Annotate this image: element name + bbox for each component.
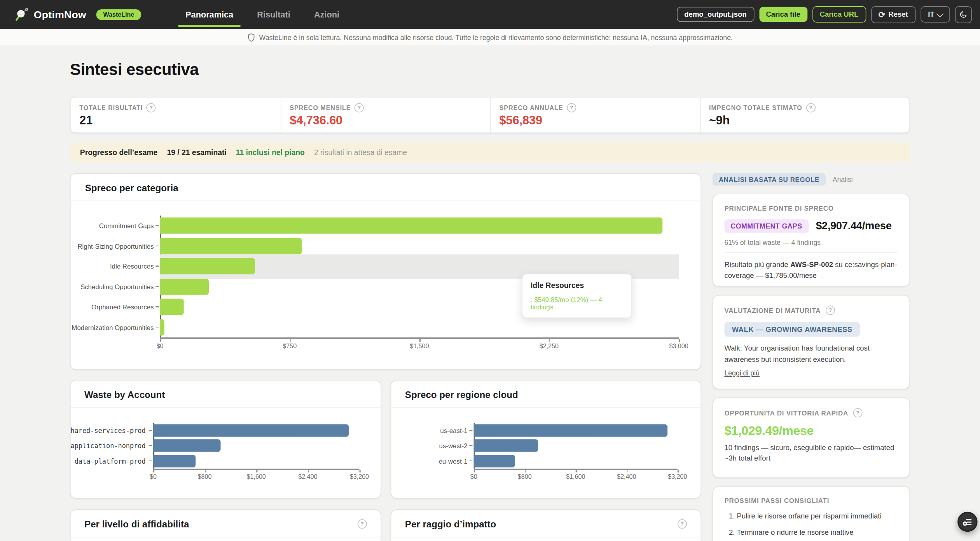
bar-track [474,438,678,454]
help-icon[interactable]: ? [355,103,364,112]
bar[interactable] [474,455,515,467]
x-tick-label: $0 [150,473,157,480]
bar[interactable] [474,440,538,452]
stat-label: SPRECO ANNUALE [500,104,563,111]
language-select[interactable]: IT [921,6,950,23]
app-root: OptimNow WasteLine Panoramica Risultati … [0,0,980,541]
bar[interactable] [153,440,220,452]
bar-row: application-nonprod [71,438,360,454]
top-waste-detail: Risultato più grande AWS-SP-002 su ce:sa… [724,259,898,281]
x-tick-mark [153,470,154,473]
bar[interactable] [153,424,349,437]
x-tick-mark [549,339,550,341]
x-tick-label: $2,250 [540,342,559,349]
reset-icon: ⟳ [879,10,886,19]
bar-row: Commitment Gaps [71,216,679,236]
category-badge: COMMITMENT GAPS [724,219,808,233]
progress-label: Progresso dell’esame [80,148,157,157]
moon-icon [959,10,968,19]
analysis-mode-row: ANALISI BASATA SU REGOLE Analisi [713,173,910,185]
reset-button[interactable]: ⟳Reset [871,6,915,23]
chevron-down-icon [936,10,943,17]
x-tick-mark [525,470,526,473]
stat-total-findings: TOTALE RISULTATI? 21 [71,98,280,133]
bar-row: shared-services-prod [71,423,360,438]
category-tick [155,286,159,287]
x-axis-labels: $0$800$1,600$2,400$3,200 [474,473,678,482]
bar-track [474,454,678,469]
help-icon[interactable]: ? [358,519,367,529]
top-bar: OptimNow WasteLine Panoramica Risultati … [0,0,980,29]
x-tick-label: $0 [470,473,477,480]
category-label: us-east-1 [391,427,473,435]
bar-track [160,216,679,236]
bar-track [153,423,360,438]
card-label: VALUTAZIONE DI MATURITA? [724,305,898,315]
bar[interactable] [160,279,209,295]
divider [724,253,898,253]
stat-value: $4,736.60 [290,114,481,127]
card-label: OPPORTUNITA DI VITTORIA RAPIDA? [724,408,898,417]
shield-icon [247,33,255,42]
stat-value: 21 [79,114,271,127]
loaded-file-chip[interactable]: demo_output.json [677,7,754,22]
progress-pending: 2 risultati in attesa di esame [314,148,407,157]
account-waste-chart-card: Waste by Account shared-services-prodapp… [70,380,381,499]
load-url-button[interactable]: Carica URL [812,6,866,23]
x-tick-mark [474,470,475,473]
category-tick [149,461,152,461]
category-label: eu-west-1 [391,457,473,465]
help-icon[interactable]: ? [678,519,687,529]
theme-toggle-button[interactable] [955,6,972,23]
product-badge: WasteLine [96,9,141,19]
help-icon[interactable]: ? [147,103,156,112]
next-steps-list: Pulire le risorse orfane per risparmi im… [724,511,898,541]
category-label: Commitment Gaps [71,222,160,230]
x-axis-line [474,469,678,470]
brand: OptimNow [15,0,86,29]
load-file-button[interactable]: Carica file [759,7,807,22]
bar[interactable] [160,218,663,234]
bar[interactable] [160,238,302,254]
bar-track [160,317,679,337]
blast-radius-card: Per raggio d’impatto? [391,509,701,541]
findings-filter-fab[interactable] [957,512,977,532]
quick-win-card: OPPORTUNITA DI VITTORIA RAPIDA? $1,029.4… [713,398,910,478]
bar[interactable] [160,258,255,274]
main-tabs: Panoramica Risultati Azioni [174,0,351,29]
bar[interactable] [160,299,183,315]
progress-in-plan: 11 inclusi nel piano [236,148,305,157]
help-icon[interactable]: ? [853,408,863,417]
x-axis-line [160,337,679,339]
tab-panoramica[interactable]: Panoramica [174,0,245,29]
tab-risultati[interactable]: Risultati [245,0,302,29]
x-tick-label: $800 [198,473,212,480]
category-label: data-platform-prod [71,457,153,465]
bar-row: us-east-1 [391,423,677,438]
category-tick [149,430,152,431]
x-tick-mark [359,470,360,473]
help-icon[interactable]: ? [826,305,835,315]
category-label: Right-Sizing Opportunities [71,242,160,250]
category-label: Orphaned Resources [71,303,160,311]
bar-track [160,236,679,256]
tab-azioni[interactable]: Azioni [302,0,351,29]
bar-row: data-platform-prod [71,454,360,469]
bar[interactable] [160,319,164,335]
category-tick [155,225,159,226]
x-axis-labels: $0$750$1,500$2,250$3,000 [160,342,679,351]
x-tick-label: $1,600 [566,473,585,480]
bar-row: us-west-2 [391,438,677,454]
bar[interactable] [153,455,196,467]
maturity-badge: WALK — GROWING AWARENESS [724,322,859,337]
x-tick-mark [290,339,290,341]
help-icon[interactable]: ? [567,103,576,112]
tooltip-value: : $549.85/mo (12%) — 4 findings [531,295,623,311]
help-icon[interactable]: ? [806,103,815,112]
category-tick [469,461,472,461]
bar[interactable] [474,424,668,437]
read-more-link[interactable]: Leggi di più [724,369,759,377]
top-waste-share: 61% of total waste — 4 findings [724,239,898,246]
x-tick-mark [678,470,678,473]
readonly-banner-text: WasteLine è in sola lettura. Nessuna mod… [259,33,733,41]
